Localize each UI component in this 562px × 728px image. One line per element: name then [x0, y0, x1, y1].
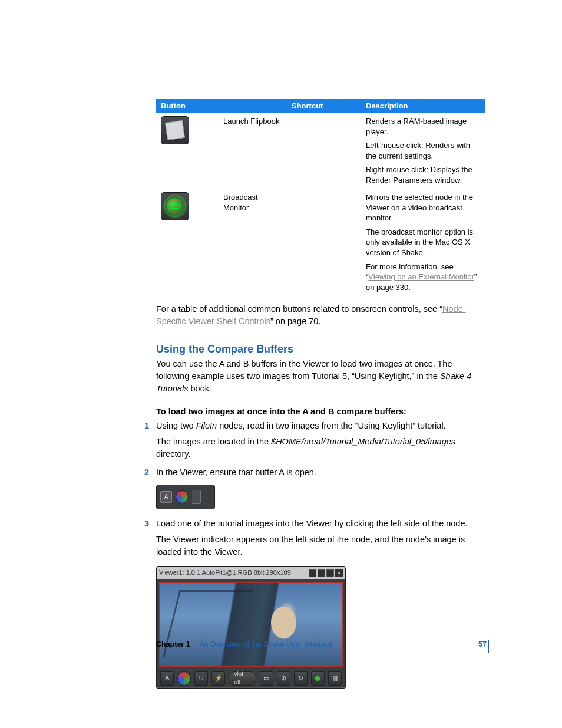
- target-icon: ⊕: [277, 671, 290, 686]
- section-heading: Using the Compare Buffers: [156, 343, 485, 355]
- step-item: 1 Using two FileIn nodes, read in two im…: [156, 420, 485, 460]
- body-paragraph: You can use the A and B buffers in the V…: [156, 358, 485, 395]
- viewer-image: [159, 582, 343, 667]
- close-icon: ×: [335, 569, 343, 577]
- text: For a table of additional common buttons…: [156, 304, 442, 314]
- step-item: 2 In the Viewer, ensure that buffer A is…: [156, 466, 485, 479]
- vlut-pill: vlut off: [229, 671, 256, 686]
- viewer-titlebar: Viewer1: 1.0:1 AutoFit1@1 RGB 8bit 290x1…: [157, 567, 345, 579]
- text: Load one of the tutorial images into the…: [156, 519, 468, 528]
- text: ” on page 70.: [270, 317, 320, 326]
- buffer-a-chip-icon: A: [160, 491, 172, 503]
- titlebar-button-icon: [309, 569, 316, 577]
- xref-link[interactable]: Viewing on an External Monitor: [368, 272, 474, 281]
- step-item: 3 Load one of the tutorial images into t…: [156, 518, 485, 558]
- node-name: FileIn: [196, 421, 217, 430]
- step-sub: The Viewer indicator appears on the left…: [156, 533, 485, 558]
- text: book.: [189, 384, 212, 393]
- desc-text: The broadcast monitor option is only ava…: [361, 223, 485, 258]
- rgb-icon: [176, 490, 189, 503]
- rgb-icon: [177, 671, 191, 686]
- status-dot-icon: [311, 671, 325, 686]
- step-number: 3: [144, 518, 149, 530]
- th-shortcut: Shortcut: [287, 99, 361, 113]
- path-text: $HOME/nreal/Tutorial_Media/Tutorial_05/i…: [271, 437, 455, 446]
- button-name: Broadcast Monitor: [219, 185, 287, 292]
- text: The images are located in the: [156, 437, 271, 446]
- page-number: 57: [478, 640, 487, 648]
- desc-text: For more information, see “Viewing on an…: [361, 258, 485, 293]
- desc-text: Left-mouse click: Renders with the curre…: [361, 137, 485, 161]
- text: In the Viewer, ensure that buffer A is o…: [156, 467, 316, 477]
- viewer-title: Viewer1: 1.0:1 AutoFit1@1 RGB 8bit 290x1…: [159, 568, 291, 578]
- titlebar-button-icon: [318, 569, 325, 577]
- step-number: 2: [144, 466, 149, 479]
- chapter-label: Chapter 1: [156, 640, 190, 648]
- footer-rule: [488, 640, 489, 653]
- desc-text: Renders a RAM-based image player.: [361, 113, 485, 137]
- text: You can use the A and B buffers in the V…: [156, 359, 452, 381]
- table-row: Launch Flipbook Renders a RAM-based imag…: [156, 113, 485, 137]
- half-chip-icon: [192, 490, 201, 504]
- body-paragraph: For a table of additional common buttons…: [156, 303, 485, 328]
- step-number: 1: [144, 420, 149, 432]
- chapter-title: An Overview of the Shake User Interface: [199, 640, 333, 648]
- text: directory.: [156, 449, 191, 459]
- refresh-icon: ↻: [294, 671, 308, 686]
- page-footer: Chapter 1 An Overview of the Shake User …: [156, 640, 487, 648]
- crop-icon: ▭: [260, 671, 273, 686]
- procedure-lead: To load two images at once into the A an…: [156, 407, 485, 416]
- text: nodes, read in two images from the “Usin…: [217, 421, 445, 430]
- step-sub: The images are located in the $HOME/nrea…: [156, 436, 485, 460]
- desc-text: Mirrors the selected node in the Viewer …: [361, 185, 485, 223]
- table-row: Broadcast Monitor Mirrors the selected n…: [156, 185, 485, 223]
- buffer-a-thumbnail: A: [156, 485, 215, 509]
- button-name: Launch Flipbook: [219, 113, 287, 185]
- viewer-toolbar: A U ⚡ vlut off ▭ ⊕ ↻ ▦: [157, 669, 345, 688]
- titlebar-button-icon: [326, 569, 334, 577]
- button-table: Button Shortcut Description Launch Flipb…: [156, 99, 485, 292]
- buffer-a-chip-icon: A: [160, 671, 174, 686]
- grid-icon: ▦: [328, 671, 342, 686]
- u-chip-icon: U: [194, 671, 208, 686]
- th-button: Button: [156, 99, 287, 113]
- viewer-window: Viewer1: 1.0:1 AutoFit1@1 RGB 8bit 290x1…: [156, 566, 346, 689]
- desc-text: Right-mouse click: Displays the Render P…: [361, 161, 485, 185]
- launch-flipbook-icon: [161, 116, 189, 144]
- broadcast-monitor-icon: [161, 192, 189, 220]
- text: Using two: [156, 421, 196, 430]
- th-description: Description: [361, 99, 485, 113]
- bolt-icon: ⚡: [211, 671, 225, 686]
